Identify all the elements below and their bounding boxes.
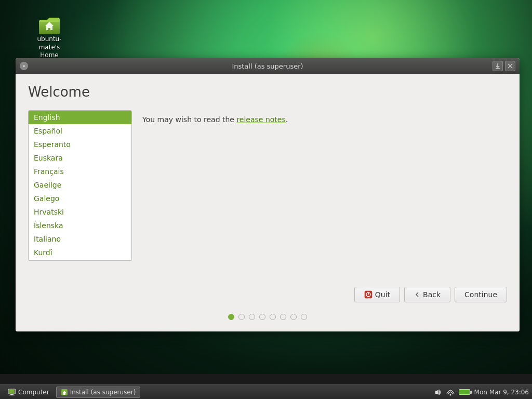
continue-button[interactable]: Continue — [455, 287, 507, 302]
titlebar-download-button[interactable] — [493, 61, 503, 71]
welcome-heading: Welcome — [28, 84, 507, 100]
svg-marker-15 — [435, 390, 438, 395]
quit-button[interactable]: Quit — [354, 287, 400, 302]
progress-dot-0 — [228, 314, 234, 320]
window-title: Install (as superuser) — [232, 62, 303, 70]
desktop-icon-home[interactable]: ubuntu-mate's Home — [29, 10, 70, 60]
taskbar: Computer Install (as superuser) Mon Mar — [0, 384, 532, 399]
desktop-icon-label: ubuntu-mate's Home — [29, 35, 70, 60]
back-arrow-icon — [414, 291, 420, 298]
computer-taskbar-icon — [8, 389, 16, 396]
home-folder-icon — [37, 10, 62, 35]
progress-dot-3 — [259, 314, 265, 320]
right-panel: You may wish to read the release notes. — [142, 110, 507, 276]
bottom-area: Quit Back Continue — [28, 287, 507, 323]
volume-icon — [434, 389, 442, 396]
minimize-button[interactable]: ● — [20, 62, 28, 70]
language-item-hrvatski[interactable]: Hrvatski — [29, 205, 131, 219]
language-item-espaol[interactable]: Español — [29, 124, 131, 138]
svg-rect-12 — [9, 395, 15, 395]
progress-dot-1 — [238, 314, 245, 320]
language-item-franais[interactable]: Français — [29, 165, 131, 178]
titlebar-buttons: ● — [20, 62, 28, 70]
progress-dot-4 — [270, 314, 276, 320]
progress-dot-7 — [301, 314, 307, 320]
language-item-esperanto[interactable]: Esperanto — [29, 138, 131, 151]
language-item-english[interactable]: English — [29, 111, 131, 124]
titlebar: ● Install (as superuser) — [16, 58, 520, 74]
window-content: Welcome EnglishEspañolEsperantoEuskaraFr… — [16, 74, 520, 331]
release-notes-link[interactable]: release notes — [236, 115, 285, 124]
buttons-row: Quit Back Continue — [28, 287, 507, 302]
progress-dot-2 — [249, 314, 255, 320]
language-item-italiano[interactable]: Italiano — [29, 232, 131, 246]
taskbar-clock: Mon Mar 9, 23:06 — [474, 389, 529, 396]
back-button[interactable]: Back — [404, 287, 450, 302]
taskbar-install-label: Install (as superuser) — [70, 389, 136, 396]
progress-dot-6 — [290, 314, 297, 320]
install-window: ● Install (as superuser) Welcome — [16, 58, 520, 331]
taskbar-right: Mon Mar 9, 23:06 — [434, 389, 529, 396]
main-area: EnglishEspañolEsperantoEuskaraFrançaisGa… — [28, 110, 507, 276]
svg-rect-10 — [9, 390, 15, 393]
taskbar-computer-label: Computer — [18, 389, 49, 396]
svg-point-16 — [449, 394, 451, 395]
network-icon — [446, 389, 455, 396]
language-item-slenska[interactable]: Íslenska — [29, 219, 131, 232]
language-item-euskara[interactable]: Euskara — [29, 151, 131, 165]
progress-dots — [28, 311, 507, 323]
taskbar-left: Computer Install (as superuser) — [3, 387, 140, 398]
language-item-gaeilge[interactable]: Gaeilge — [29, 178, 131, 192]
release-notes-pre-text: You may wish to read the — [142, 115, 236, 124]
taskbar-install[interactable]: Install (as superuser) — [56, 387, 141, 398]
language-list[interactable]: EnglishEspañolEsperantoEuskaraFrançaisGa… — [29, 111, 131, 260]
language-item-galego[interactable]: Galego — [29, 192, 131, 205]
titlebar-right-buttons — [493, 61, 515, 71]
language-list-container: EnglishEspañolEsperantoEuskaraFrançaisGa… — [28, 110, 132, 261]
progress-dot-5 — [280, 314, 286, 320]
close-button[interactable] — [505, 61, 515, 71]
battery-bar — [459, 389, 470, 395]
language-item-kurd[interactable]: Kurdî — [29, 246, 131, 259]
svg-rect-11 — [10, 394, 14, 395]
quit-icon — [364, 290, 373, 299]
battery-indicator — [459, 389, 470, 395]
release-notes-paragraph: You may wish to read the release notes. — [142, 115, 507, 124]
release-notes-post-text: . — [286, 115, 288, 124]
taskbar-computer[interactable]: Computer — [3, 387, 54, 398]
download-icon — [495, 63, 501, 69]
close-icon — [508, 63, 513, 69]
install-taskbar-icon — [61, 389, 68, 396]
